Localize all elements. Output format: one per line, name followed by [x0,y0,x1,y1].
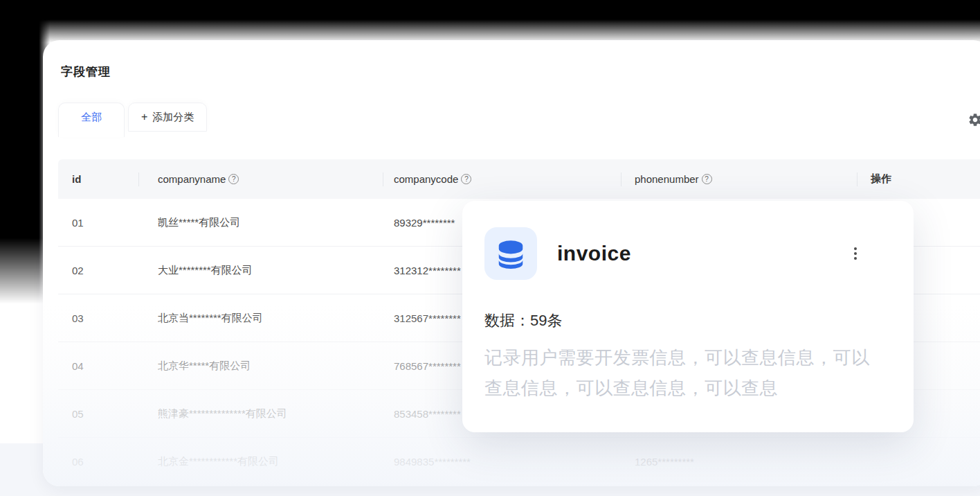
gear-icon[interactable] [968,112,980,127]
cell-id: 02 [58,265,138,276]
cell-companyname: 北京当********有限公司 [138,312,383,325]
table-row: 06 北京金************有限公司 9849835********* … [58,438,980,486]
tab-add-category-label: 添加分类 [152,111,194,124]
cell-phonenumber: 1265********* [621,456,857,468]
header-cell-id: id [58,159,138,199]
help-icon[interactable]: ? [461,174,471,184]
cell-id: 06 [58,456,138,468]
invoice-card: invoice 数据：59条 记录用户需要开发票信息，可以查息信息，可以查息信息… [462,201,914,432]
header-cell-companyname: companyname ? [138,159,383,199]
cell-id: 03 [58,312,138,324]
help-icon[interactable]: ? [228,174,239,184]
table-header: id companyname ? companycode ? phonenumb… [58,159,980,199]
database-icon [484,227,537,280]
cell-id: 05 [58,408,138,420]
plus-icon: + [141,111,147,123]
cell-companyname: 凯丝*****有限公司 [138,216,383,229]
header-cell-action: 操作 [857,159,980,199]
kebab-menu-icon[interactable] [850,243,861,264]
cell-companyname: 大业********有限公司 [138,264,383,277]
tab-all-label: 全部 [81,111,102,124]
cell-id: 01 [58,217,138,229]
page-title: 字段管理 [61,64,980,80]
tab-add-category[interactable]: + 添加分类 [128,103,207,132]
cell-companyname: 北京华*****有限公司 [138,360,383,373]
backdrop-top-band [0,0,980,44]
invoice-title: invoice [557,242,631,265]
card-description: 记录用户需要开发票信息，可以查息信息，可以查息信息，可以查息信息，可以查息 [484,342,886,403]
cell-companyname: 熊津豪**************有限公司 [138,407,383,420]
help-icon[interactable]: ? [702,174,712,184]
tab-bar: 全部 + 添加分类 [58,103,207,137]
cell-id: 04 [58,360,138,372]
header-cell-phonenumber: phonenumber ? [621,159,857,199]
header-cell-companycode: companycode ? [383,159,621,199]
invoice-card-header: invoice [462,201,914,280]
tab-all[interactable]: 全部 [58,103,125,137]
data-count: 数据：59条 [484,310,914,331]
cell-companyname: 北京金************有限公司 [138,455,383,468]
cell-companycode: 9849835********* [383,456,621,468]
